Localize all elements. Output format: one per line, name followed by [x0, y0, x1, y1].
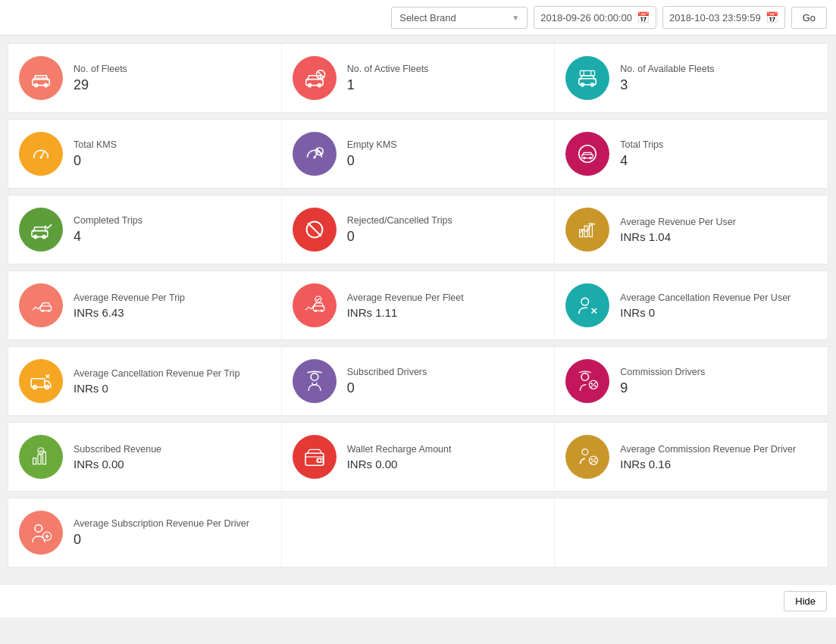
stat-value-empty-kms: 0 — [347, 153, 397, 169]
svg-rect-8 — [581, 70, 595, 75]
stat-item-subscribed-drivers: Subscribed Drivers0 — [282, 347, 556, 415]
stat-value-wallet-recharge: INRs 0.00 — [347, 458, 452, 470]
svg-line-66 — [590, 458, 596, 464]
stat-value-total-kms: 0 — [74, 153, 117, 169]
svg-point-69 — [35, 525, 42, 533]
stat-value-avg-cancel-user: INRs 0 — [620, 306, 791, 319]
stat-value-avg-rev-user: INRs 1.04 — [620, 230, 736, 243]
stat-item-avg-cancel-trip: Average Cancellation Revenue Per TripINR… — [8, 347, 282, 415]
stat-value-rejected-trips: 0 — [347, 229, 452, 245]
content: No. of Fleets29 No. of Active Fleets1 No… — [0, 36, 836, 581]
stats-row-4: Average Cancellation Revenue Per TripINR… — [8, 346, 828, 416]
stats-row-3: Average Revenue Per TripINRs 6.43 Averag… — [8, 270, 828, 340]
stat-value-subscribed-revenue: INRs 0.00 — [74, 458, 161, 470]
stat-value-active-fleets: 1 — [347, 77, 429, 93]
stat-label-wallet-recharge: Wallet Recharge Amount — [347, 443, 452, 455]
speedometer-ban-icon — [293, 132, 337, 176]
stat-item-avg-cancel-user: Average Cancellation Revenue Per UserINR… — [555, 271, 828, 339]
chart-bar-icon — [565, 208, 609, 252]
stats-row-0: No. of Fleets29 No. of Active Fleets1 No… — [8, 43, 828, 113]
stat-label-subscribed-revenue: Subscribed Revenue — [74, 443, 161, 455]
brand-select-label: Select Brand — [399, 12, 456, 23]
stat-label-empty-kms: Empty KMS — [347, 139, 397, 151]
stat-label-subscribed-drivers: Subscribed Drivers — [347, 366, 427, 378]
stat-label-rejected-trips: Rejected/Cancelled Trips — [347, 214, 452, 227]
svg-point-55 — [591, 383, 593, 384]
stat-item-fleets: No. of Fleets29 — [8, 44, 282, 112]
stat-value-total-trips: 4 — [620, 153, 663, 169]
car-check-icon — [19, 208, 63, 252]
stat-label-total-trips: Total Trips — [620, 139, 663, 151]
svg-rect-57 — [33, 458, 36, 464]
date-start-input[interactable]: 2018-09-26 00:00:00 📅 — [534, 6, 656, 29]
stat-label-avg-cancel-user: Average Cancellation Revenue Per User — [620, 292, 791, 304]
chart-car-icon — [19, 283, 63, 327]
stat-item-commission-drivers: Commission Drivers9 — [555, 347, 828, 415]
driver-sub-icon — [19, 511, 63, 555]
stat-item-avg-rev-trip: Average Revenue Per TripINRs 6.43 — [8, 271, 282, 339]
stat-item-avg-rev-fleet: Average Revenue Per FleetINRs 1.11 — [282, 271, 556, 339]
svg-line-54 — [590, 382, 596, 388]
svg-point-56 — [595, 385, 596, 386]
stat-item-completed-trips: Completed Trips4 — [8, 195, 282, 264]
stat-label-fleets: No. of Fleets — [74, 63, 127, 75]
stat-item-empty2 — [555, 499, 828, 567]
stat-value-avg-rev-trip: INRs 6.43 — [74, 306, 185, 319]
svg-rect-58 — [38, 455, 41, 464]
stat-item-total-kms: Total KMS0 — [8, 120, 282, 188]
stats-row-1: Total KMS0 Empty KMS0 Total Trips4 — [8, 119, 828, 189]
svg-point-52 — [581, 374, 589, 381]
stat-value-avg-sub-driver: 0 — [74, 532, 249, 548]
truck-x-icon — [19, 359, 63, 403]
stat-value-avg-commission-driver: INRs 0.16 — [620, 458, 796, 470]
car-icon — [19, 56, 63, 100]
brand-select[interactable]: Select Brand ▼ — [391, 7, 528, 29]
stat-item-available-fleets: No. of Available Fleets3 — [555, 44, 828, 112]
stat-value-available-fleets: 3 — [620, 77, 714, 93]
stat-label-completed-trips: Completed Trips — [74, 214, 142, 227]
car-ban-icon — [293, 56, 337, 100]
stat-item-rejected-trips: Rejected/Cancelled Trips0 — [282, 195, 556, 264]
taxi-icon — [565, 56, 609, 100]
stat-item-empty-kms: Empty KMS0 — [282, 120, 556, 188]
stat-label-avg-rev-trip: Average Revenue Per Trip — [74, 292, 185, 304]
stat-item-empty1 — [282, 499, 556, 567]
bottom-bar: Hide — [0, 584, 836, 617]
stat-item-avg-rev-user: Average Revenue Per UserINRs 1.04 — [555, 195, 828, 264]
stats-row-5: Subscribed RevenueINRs 0.00 Wallet Recha… — [8, 422, 828, 492]
date-end-input[interactable]: 2018-10-03 23:59:59 📅 — [662, 6, 785, 29]
stat-label-avg-sub-driver: Average Subscription Revenue Per Driver — [74, 517, 249, 530]
wallet-icon — [293, 435, 337, 479]
stat-label-avg-commission-driver: Average Commission Revenue Per Driver — [620, 443, 796, 455]
stat-value-subscribed-drivers: 0 — [347, 380, 427, 396]
user-x-icon — [565, 283, 609, 327]
calendar-start-icon: 📅 — [637, 11, 650, 23]
ban-icon — [293, 208, 337, 252]
svg-rect-59 — [42, 452, 45, 464]
go-button[interactable]: Go — [791, 7, 827, 29]
svg-point-35 — [593, 224, 595, 225]
svg-line-31 — [308, 223, 321, 236]
svg-point-67 — [591, 458, 593, 460]
driver-percent-icon — [565, 359, 609, 403]
stat-item-wallet-recharge: Wallet Recharge AmountINRs 0.00 — [282, 423, 556, 491]
stat-item-avg-commission-driver: Average Commission Revenue Per DriverINR… — [555, 423, 828, 491]
stat-value-fleets: 29 — [74, 77, 127, 93]
driver-icon — [293, 359, 337, 403]
svg-point-60 — [38, 448, 44, 454]
hide-button[interactable]: Hide — [784, 591, 827, 611]
stat-item-total-trips: Total Trips4 — [555, 120, 828, 188]
stat-item-subscribed-revenue: Subscribed RevenueINRs 0.00 — [8, 423, 282, 491]
stats-row-2: Completed Trips4 Rejected/Cancelled Trip… — [8, 195, 828, 264]
speedometer-icon — [19, 132, 63, 176]
svg-point-15 — [39, 156, 42, 158]
chart-green-icon — [19, 435, 63, 479]
stat-value-commission-drivers: 9 — [620, 380, 705, 396]
calendar-end-icon: 📅 — [766, 11, 778, 23]
stat-item-avg-sub-driver: Average Subscription Revenue Per Driver0 — [8, 499, 282, 567]
svg-point-64 — [582, 449, 588, 455]
stat-value-avg-rev-fleet: INRs 1.11 — [347, 306, 464, 319]
date-start-value: 2018-09-26 00:00:00 — [540, 12, 632, 23]
svg-point-20 — [313, 156, 315, 158]
chevron-down-icon: ▼ — [512, 14, 519, 22]
